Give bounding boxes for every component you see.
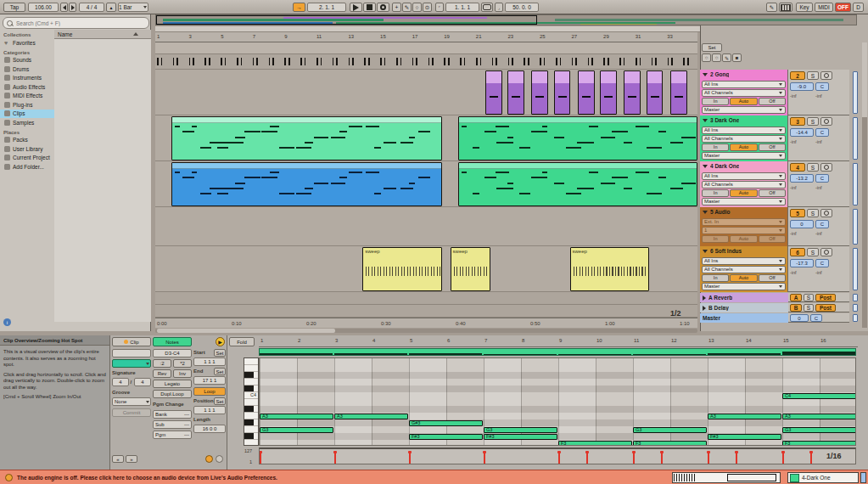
- midi-note-f3-15[interactable]: F3: [782, 441, 856, 447]
- sidebar-item-drums[interactable]: Drums: [0, 65, 54, 74]
- midi-note-f3-13[interactable]: F3: [558, 441, 632, 447]
- monitor-off-button[interactable]: Off: [759, 274, 786, 282]
- position-value-field[interactable]: 1 1 1: [193, 406, 226, 414]
- input-routing-select[interactable]: All Ins: [702, 172, 786, 180]
- return-name[interactable]: A Reverb: [700, 293, 788, 302]
- solo-button[interactable]: S: [807, 209, 819, 217]
- velocity-stem[interactable]: [661, 453, 663, 464]
- arrangement-position-field[interactable]: 2. 1. 1: [307, 3, 346, 12]
- arm-button[interactable]: [820, 163, 832, 172]
- arrangement-lane-e2[interactable]: [155, 305, 697, 318]
- piano-key-e4[interactable]: [244, 365, 259, 372]
- set-start-button[interactable]: Set: [214, 349, 226, 357]
- search-input[interactable]: [14, 20, 137, 27]
- sidebar-item-sounds[interactable]: Sounds: [0, 56, 54, 65]
- monitor-auto-button[interactable]: Auto: [730, 274, 757, 282]
- volume-value[interactable]: 0: [790, 220, 814, 228]
- arrangement-clip-purple-0[interactable]: [485, 70, 502, 115]
- nudge-back-button[interactable]: «: [112, 455, 124, 463]
- end-value-field[interactable]: 17 1 1: [193, 376, 226, 385]
- punch-out-button[interactable]: ⌟: [495, 3, 503, 12]
- arm-button[interactable]: [820, 248, 832, 256]
- show-editor-arrow-button[interactable]: ▶: [216, 337, 225, 346]
- overview-view-rectangle[interactable]: [156, 15, 537, 25]
- piano-key-f-3[interactable]: [244, 433, 259, 440]
- midi-note-a3-2[interactable]: A3: [334, 414, 408, 419]
- piano-key-g-3[interactable]: [244, 419, 259, 426]
- arrangement-clip-sweep-15[interactable]: sweep: [570, 247, 650, 291]
- quantization-menu[interactable]: 1 Bar: [118, 3, 148, 12]
- monitor-in-button[interactable]: In: [702, 235, 729, 243]
- arrangement-clip-sweep-13[interactable]: sweep: [362, 247, 442, 291]
- arrangement-clip-purple-8[interactable]: [670, 70, 687, 115]
- signature-numerator-field[interactable]: 4: [112, 378, 129, 386]
- piano-key-f4[interactable]: [244, 358, 259, 365]
- volume-value[interactable]: -17.3: [790, 259, 814, 267]
- input-channel-select[interactable]: All Channels: [702, 135, 786, 143]
- arrangement-clip-green-10[interactable]: [458, 116, 697, 160]
- arrangement-lane-l0[interactable]: [155, 42, 697, 54]
- arrangement-clip-sweep-14[interactable]: sweep: [451, 247, 490, 291]
- track-activator[interactable]: 4: [790, 163, 805, 172]
- unfold-track-icon[interactable]: [703, 165, 708, 168]
- clip-overview-strip[interactable]: [259, 348, 856, 356]
- nudge-up-button[interactable]: [69, 3, 76, 12]
- tempo-field[interactable]: 106.00: [28, 3, 59, 12]
- unfold-track-icon[interactable]: [703, 119, 708, 122]
- piano-key-f3[interactable]: [244, 440, 259, 446]
- output-routing-select[interactable]: Master: [702, 198, 786, 205]
- monitor-auto-button[interactable]: Auto: [730, 189, 757, 197]
- piano-roll-grid[interactable]: C4A3A3A3A3G#3G3G3G3G3F#3F#3F#3F3F3F3: [259, 357, 856, 446]
- velocity-stem[interactable]: [484, 453, 485, 464]
- piano-key-c-4[interactable]: [244, 386, 259, 392]
- arrangement-lane-audio[interactable]: [155, 207, 697, 246]
- velocity-lane[interactable]: [259, 447, 856, 464]
- arrangement-clip-purple-5[interactable]: [600, 70, 617, 115]
- scrollbar-thumb[interactable]: [157, 329, 335, 333]
- draw-automation-icon[interactable]: ✎: [722, 53, 731, 62]
- velocity-stem[interactable]: [586, 453, 588, 464]
- monitor-off-button[interactable]: Off: [759, 235, 786, 243]
- computer-midi-keyboard-toggle[interactable]: [779, 3, 792, 12]
- envelope-view-toggle-icon[interactable]: [216, 455, 223, 463]
- track-name[interactable]: 6 Soft Indus: [700, 246, 788, 256]
- time-signature-field[interactable]: 4 / 4: [79, 3, 104, 12]
- input-channel-select[interactable]: All Channels: [702, 181, 786, 189]
- invert-button[interactable]: Inv: [173, 369, 192, 378]
- arrangement-clip-purple-4[interactable]: [578, 70, 595, 115]
- sidebar-item-plug-ins[interactable]: Plug-ins: [0, 100, 54, 110]
- duplicate-loop-button[interactable]: Dupl.Loop: [153, 390, 192, 398]
- solo-button[interactable]: S: [807, 248, 819, 256]
- output-routing-select[interactable]: Master: [702, 152, 786, 160]
- piano-key-d4[interactable]: [244, 379, 259, 386]
- arrangement-overview[interactable]: [155, 14, 857, 25]
- unfold-return-icon[interactable]: [703, 306, 706, 311]
- master-name[interactable]: Master: [700, 313, 788, 323]
- pan-value[interactable]: C: [815, 82, 829, 91]
- browser-search[interactable]: [3, 17, 149, 29]
- solo-button[interactable]: S: [804, 304, 814, 312]
- arrangement-clip-purple-3[interactable]: [554, 70, 571, 115]
- pgm-select[interactable]: Pgm---: [153, 431, 192, 439]
- sidebar-item-favorites[interactable]: ♥Favorites: [0, 38, 54, 48]
- input-routing-select[interactable]: Ext. In: [702, 218, 786, 226]
- sidebar-item-user-library[interactable]: User Library: [0, 144, 54, 154]
- cpu-meter[interactable]: OFF: [835, 3, 851, 12]
- set-end-button[interactable]: Set: [214, 368, 226, 375]
- time-ruler[interactable]: 0:000:100:200:300:400:501:001:10: [155, 318, 697, 328]
- solo-button[interactable]: S: [807, 117, 819, 126]
- automation-reenable-button[interactable]: ⊙: [423, 3, 432, 12]
- track-name[interactable]: 4 Dark One: [700, 161, 788, 171]
- set-position-button[interactable]: Set: [214, 397, 226, 405]
- midi-note-f-3-10[interactable]: F#3: [409, 434, 483, 440]
- metronome-toggle[interactable]: ▲: [106, 3, 116, 12]
- sub-bank-select[interactable]: Sub---: [153, 420, 192, 429]
- length-value-field[interactable]: 16 0 0: [193, 425, 226, 433]
- midi-note-g3-7[interactable]: G3: [484, 427, 557, 433]
- post-toggle[interactable]: Post: [815, 294, 836, 301]
- draw-mode-toggle[interactable]: ✎: [766, 3, 777, 12]
- set-locator-button[interactable]: Set: [702, 43, 722, 52]
- clip-box-tab[interactable]: Clip: [112, 337, 151, 346]
- clip-view-toggle-icon[interactable]: [205, 455, 213, 463]
- sidebar-item-add-folder[interactable]: Add Folder...: [0, 162, 54, 172]
